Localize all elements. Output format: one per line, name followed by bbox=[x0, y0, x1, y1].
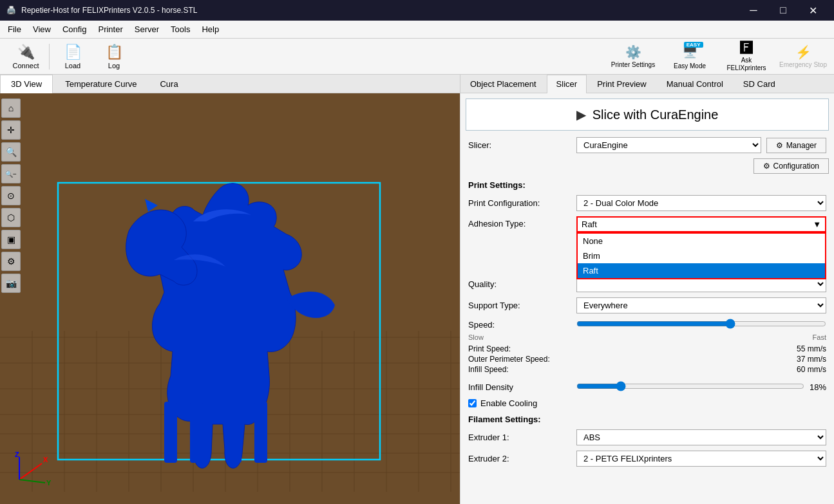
tab-print-preview[interactable]: Print Preview bbox=[587, 75, 656, 93]
object-tool[interactable]: ▣ bbox=[1, 230, 21, 249]
speed-slider-wrapper bbox=[576, 319, 826, 331]
adhesion-option-brim[interactable]: Brim bbox=[578, 248, 825, 263]
app-title: Repetier-Host for FELIXPrinters V2.0.5 -… bbox=[21, 6, 197, 15]
menu-bar: File View Config Printer Server Tools He… bbox=[0, 21, 834, 39]
right-panel: Object Placement Slicer Print Preview Ma… bbox=[460, 75, 834, 504]
zoom-out-tool[interactable]: 🔍− bbox=[1, 164, 21, 183]
svg-rect-24 bbox=[190, 402, 203, 463]
adhesion-dropdown-wrapper: Raft ▼ None Brim Raft bbox=[576, 216, 826, 232]
print-config-dropdown[interactable]: 2 - Dual Color Mode bbox=[576, 195, 826, 211]
manager-button[interactable]: ⚙ Manager bbox=[766, 138, 826, 153]
left-panel: 3D View Temperature Curve Cura bbox=[0, 75, 460, 504]
viewport: ⌂ ✛ 🔍 🔍− ⊙ ⬡ ▣ ⚙ 📷 X Y Z bbox=[0, 93, 460, 504]
menu-printer[interactable]: Printer bbox=[93, 23, 128, 36]
connect-icon: 🔌 bbox=[17, 44, 35, 61]
slicer-content: ▶ Slice with CuraEngine Slicer: CuraEngi… bbox=[460, 93, 834, 504]
tab-cura[interactable]: Cura bbox=[149, 75, 189, 93]
log-icon: 📋 bbox=[106, 44, 123, 61]
print-config-label: Print Configuration: bbox=[468, 198, 571, 208]
infill-speed-row: Infill Speed: 60 mm/s bbox=[468, 364, 826, 375]
camera-tool[interactable]: 📷 bbox=[1, 274, 21, 293]
title-bar: 🖨️ Repetier-Host for FELIXPrinters V2.0.… bbox=[0, 0, 834, 21]
outer-perimeter-row: Outer Perimeter Speed: 37 mm/s bbox=[468, 354, 826, 364]
x-axis-label: X bbox=[43, 456, 48, 463]
speed-slider[interactable] bbox=[576, 319, 826, 329]
adhesion-option-raft[interactable]: Raft bbox=[578, 263, 825, 278]
cube-tool[interactable]: ⬡ bbox=[1, 208, 21, 227]
speed-label: Speed: bbox=[468, 320, 571, 330]
speed-details: Print Speed: 55 mm/s Outer Perimeter Spe… bbox=[460, 342, 834, 378]
enable-cooling-checkbox[interactable] bbox=[468, 399, 477, 407]
slicer-label: Slicer: bbox=[468, 140, 571, 150]
load-icon: 📄 bbox=[64, 44, 82, 61]
gear-icon: ⚙ bbox=[776, 141, 783, 150]
close-button[interactable]: ✕ bbox=[798, 0, 828, 21]
menu-config[interactable]: Config bbox=[57, 23, 92, 36]
emergency-stop-button[interactable]: ⚡ Emergency Stop bbox=[777, 40, 829, 73]
emergency-icon: ⚡ bbox=[795, 44, 811, 60]
z-axis-label: Z bbox=[15, 451, 19, 458]
enable-cooling-label[interactable]: Enable Cooling bbox=[480, 398, 537, 408]
extruder1-select-wrapper: ABS bbox=[576, 429, 826, 445]
infill-slider[interactable] bbox=[576, 381, 804, 391]
slice-button[interactable]: Slice with CuraEngine bbox=[592, 107, 719, 122]
view-tabs: 3D View Temperature Curve Cura bbox=[0, 75, 460, 93]
adhesion-option-none[interactable]: None bbox=[578, 234, 825, 248]
extruder2-label: Extruder 2: bbox=[468, 454, 571, 463]
move-tool[interactable]: ✛ bbox=[1, 120, 21, 140]
ask-felix-button[interactable]: 🅵 Ask FELIXprinters bbox=[721, 40, 772, 73]
zoom-in-tool[interactable]: 🔍 bbox=[1, 142, 21, 162]
home-tool[interactable]: ⌂ bbox=[1, 98, 21, 118]
load-button[interactable]: 📄 Load bbox=[52, 40, 93, 73]
extruder2-dropdown[interactable]: 2 - PETG FELIXprinters bbox=[576, 451, 826, 467]
adhesion-dropdown-trigger[interactable]: Raft ▼ bbox=[576, 216, 826, 232]
maximize-button[interactable]: □ bbox=[768, 0, 798, 21]
printer-settings-button[interactable]: ⚙️ Printer Settings bbox=[607, 40, 659, 73]
svg-rect-23 bbox=[164, 402, 177, 463]
svg-rect-25 bbox=[229, 402, 242, 463]
tab-3d-view[interactable]: 3D View bbox=[0, 75, 53, 93]
toolbar: 🔌 Connect 📄 Load 📋 Log ⚙️ Printer Settin… bbox=[0, 39, 834, 75]
tab-manual-control[interactable]: Manual Control bbox=[657, 75, 733, 93]
config-row: ⚙ Configuration bbox=[460, 156, 834, 176]
connect-button[interactable]: 🔌 Connect bbox=[5, 40, 46, 73]
tab-sd-card[interactable]: SD Card bbox=[734, 75, 785, 93]
slice-button-container: ▶ Slice with CuraEngine bbox=[466, 98, 829, 131]
chevron-down-icon: ▼ bbox=[813, 219, 821, 229]
menu-server[interactable]: Server bbox=[129, 23, 164, 36]
tab-slicer[interactable]: Slicer bbox=[547, 75, 587, 93]
support-label: Support Type: bbox=[468, 301, 571, 310]
slicer-row: Slicer: CuraEngine ⚙ Manager bbox=[460, 135, 834, 156]
infill-percent: 18% bbox=[810, 382, 826, 392]
slicer-dropdown[interactable]: CuraEngine bbox=[576, 137, 761, 153]
easy-mode-button[interactable]: 🖥️ EASY Easy Mode bbox=[664, 40, 716, 73]
configuration-button[interactable]: ⚙ Configuration bbox=[753, 158, 829, 174]
infill-label: Infill Density bbox=[468, 382, 571, 392]
minimize-button[interactable]: ─ bbox=[739, 0, 768, 21]
menu-tools[interactable]: Tools bbox=[166, 23, 195, 36]
app-icon: 🖨️ bbox=[6, 6, 16, 15]
printer-settings-icon: ⚙️ bbox=[625, 44, 641, 60]
play-icon: ▶ bbox=[576, 107, 586, 122]
config-icon: ⚙ bbox=[763, 162, 770, 171]
adhesion-label: Adhesion Type: bbox=[468, 216, 571, 229]
menu-file[interactable]: File bbox=[3, 23, 26, 36]
adhesion-dropdown-menu: None Brim Raft bbox=[576, 232, 826, 279]
target-tool[interactable]: ⊙ bbox=[1, 186, 21, 205]
svg-rect-26 bbox=[254, 402, 267, 463]
tab-object-placement[interactable]: Object Placement bbox=[460, 75, 546, 93]
extruder1-row: Extruder 1: ABS bbox=[460, 427, 834, 448]
menu-view[interactable]: View bbox=[28, 23, 56, 36]
settings-tool[interactable]: ⚙ bbox=[1, 252, 21, 271]
menu-help[interactable]: Help bbox=[196, 23, 224, 36]
svg-line-27 bbox=[19, 463, 42, 480]
support-dropdown[interactable]: Everywhere bbox=[576, 297, 826, 313]
extruder1-dropdown[interactable]: ABS bbox=[576, 429, 826, 445]
extruder1-label: Extruder 1: bbox=[468, 433, 571, 442]
ask-felix-icon: 🅵 bbox=[740, 41, 753, 55]
y-axis-label: Y bbox=[46, 479, 52, 487]
log-button[interactable]: 📋 Log bbox=[93, 40, 135, 73]
tab-temperature-curve[interactable]: Temperature Curve bbox=[54, 75, 147, 93]
adhesion-row: Adhesion Type: Raft ▼ None Brim Raft bbox=[460, 214, 834, 235]
extruder2-select-wrapper: 2 - PETG FELIXprinters bbox=[576, 451, 826, 467]
